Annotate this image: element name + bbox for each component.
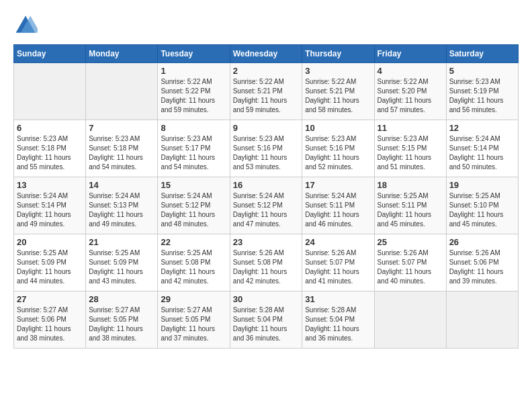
day-number: 30 — [233, 294, 300, 304]
day-number: 1 — [161, 66, 226, 76]
day-number: 21 — [89, 237, 154, 247]
day-info: Sunrise: 5:26 AMSunset: 5:06 PMDaylight:… — [449, 248, 515, 286]
day-cell: 13Sunrise: 5:24 AMSunset: 5:14 PMDayligh… — [14, 177, 86, 234]
day-cell: 29Sunrise: 5:27 AMSunset: 5:05 PMDayligh… — [158, 291, 230, 349]
day-cell: 25Sunrise: 5:26 AMSunset: 5:07 PMDayligh… — [374, 234, 446, 291]
day-info: Sunrise: 5:26 AMSunset: 5:07 PMDaylight:… — [378, 248, 443, 286]
day-info: Sunrise: 5:28 AMSunset: 5:04 PMDaylight:… — [233, 306, 300, 343]
day-info: Sunrise: 5:27 AMSunset: 5:06 PMDaylight:… — [17, 306, 83, 343]
day-cell: 27Sunrise: 5:27 AMSunset: 5:06 PMDayligh… — [14, 291, 86, 349]
day-cell: 20Sunrise: 5:25 AMSunset: 5:09 PMDayligh… — [14, 234, 86, 291]
day-number: 8 — [161, 123, 226, 133]
day-number: 17 — [305, 180, 371, 190]
week-row-5: 27Sunrise: 5:27 AMSunset: 5:06 PMDayligh… — [14, 291, 519, 349]
week-row-1: 1Sunrise: 5:22 AMSunset: 5:22 PMDaylight… — [14, 63, 519, 120]
day-info: Sunrise: 5:25 AMSunset: 5:11 PMDaylight:… — [378, 191, 443, 229]
day-cell: 10Sunrise: 5:23 AMSunset: 5:16 PMDayligh… — [302, 120, 374, 177]
day-number: 28 — [89, 294, 154, 304]
header — [13, 13, 519, 38]
day-info: Sunrise: 5:24 AMSunset: 5:11 PMDaylight:… — [305, 191, 371, 229]
day-cell: 22Sunrise: 5:25 AMSunset: 5:08 PMDayligh… — [158, 234, 230, 291]
day-cell: 14Sunrise: 5:24 AMSunset: 5:13 PMDayligh… — [86, 177, 158, 234]
day-cell: 19Sunrise: 5:25 AMSunset: 5:10 PMDayligh… — [446, 177, 518, 234]
day-cell: 6Sunrise: 5:23 AMSunset: 5:18 PMDaylight… — [14, 120, 86, 177]
day-number: 31 — [305, 294, 371, 304]
week-row-2: 6Sunrise: 5:23 AMSunset: 5:18 PMDaylight… — [14, 120, 519, 177]
logo — [13, 13, 42, 38]
day-number: 3 — [305, 66, 371, 76]
day-cell: 28Sunrise: 5:27 AMSunset: 5:05 PMDayligh… — [86, 291, 158, 349]
day-info: Sunrise: 5:28 AMSunset: 5:04 PMDaylight:… — [305, 306, 371, 343]
day-info: Sunrise: 5:23 AMSunset: 5:17 PMDaylight:… — [161, 134, 226, 172]
day-number: 12 — [449, 123, 515, 133]
week-row-4: 20Sunrise: 5:25 AMSunset: 5:09 PMDayligh… — [14, 234, 519, 291]
day-cell: 12Sunrise: 5:24 AMSunset: 5:14 PMDayligh… — [446, 120, 518, 177]
day-number: 26 — [449, 237, 515, 247]
day-info: Sunrise: 5:27 AMSunset: 5:05 PMDaylight:… — [161, 306, 226, 343]
day-cell: 23Sunrise: 5:26 AMSunset: 5:08 PMDayligh… — [230, 234, 302, 291]
day-number: 11 — [378, 123, 443, 133]
day-number: 20 — [17, 237, 83, 247]
day-cell — [86, 63, 158, 120]
day-info: Sunrise: 5:22 AMSunset: 5:21 PMDaylight:… — [305, 77, 371, 115]
day-info: Sunrise: 5:23 AMSunset: 5:18 PMDaylight:… — [17, 134, 83, 172]
day-number: 7 — [89, 123, 154, 133]
day-cell: 7Sunrise: 5:23 AMSunset: 5:18 PMDaylight… — [86, 120, 158, 177]
day-number: 6 — [17, 123, 83, 133]
day-number: 19 — [449, 180, 515, 190]
day-info: Sunrise: 5:23 AMSunset: 5:16 PMDaylight:… — [305, 134, 371, 172]
day-cell: 21Sunrise: 5:25 AMSunset: 5:09 PMDayligh… — [86, 234, 158, 291]
day-number: 23 — [233, 237, 300, 247]
day-cell — [374, 291, 446, 349]
day-info: Sunrise: 5:23 AMSunset: 5:15 PMDaylight:… — [378, 134, 443, 172]
day-cell: 1Sunrise: 5:22 AMSunset: 5:22 PMDaylight… — [158, 63, 230, 120]
day-info: Sunrise: 5:23 AMSunset: 5:19 PMDaylight:… — [449, 77, 515, 115]
header-row: SundayMondayTuesdayWednesdayThursdayFrid… — [14, 45, 519, 63]
week-row-3: 13Sunrise: 5:24 AMSunset: 5:14 PMDayligh… — [14, 177, 519, 234]
day-number: 13 — [17, 180, 83, 190]
day-number: 24 — [305, 237, 371, 247]
col-header-thursday: Thursday — [302, 45, 374, 63]
day-info: Sunrise: 5:25 AMSunset: 5:09 PMDaylight:… — [89, 248, 154, 286]
day-info: Sunrise: 5:22 AMSunset: 5:21 PMDaylight:… — [233, 77, 300, 115]
day-number: 15 — [161, 180, 226, 190]
day-info: Sunrise: 5:26 AMSunset: 5:08 PMDaylight:… — [233, 248, 300, 286]
day-cell: 8Sunrise: 5:23 AMSunset: 5:17 PMDaylight… — [158, 120, 230, 177]
day-info: Sunrise: 5:25 AMSunset: 5:09 PMDaylight:… — [17, 248, 83, 286]
day-cell: 3Sunrise: 5:22 AMSunset: 5:21 PMDaylight… — [302, 63, 374, 120]
day-info: Sunrise: 5:25 AMSunset: 5:08 PMDaylight:… — [161, 248, 226, 286]
day-cell: 17Sunrise: 5:24 AMSunset: 5:11 PMDayligh… — [302, 177, 374, 234]
day-cell: 16Sunrise: 5:24 AMSunset: 5:12 PMDayligh… — [230, 177, 302, 234]
day-info: Sunrise: 5:24 AMSunset: 5:14 PMDaylight:… — [17, 191, 83, 229]
day-number: 4 — [378, 66, 443, 76]
day-number: 22 — [161, 237, 226, 247]
day-cell: 30Sunrise: 5:28 AMSunset: 5:04 PMDayligh… — [230, 291, 302, 349]
day-info: Sunrise: 5:23 AMSunset: 5:18 PMDaylight:… — [89, 134, 154, 172]
day-cell: 31Sunrise: 5:28 AMSunset: 5:04 PMDayligh… — [302, 291, 374, 349]
col-header-monday: Monday — [86, 45, 158, 63]
day-cell: 15Sunrise: 5:24 AMSunset: 5:12 PMDayligh… — [158, 177, 230, 234]
day-number: 9 — [233, 123, 300, 133]
day-number: 16 — [233, 180, 300, 190]
day-info: Sunrise: 5:24 AMSunset: 5:12 PMDaylight:… — [233, 191, 300, 229]
day-info: Sunrise: 5:25 AMSunset: 5:10 PMDaylight:… — [449, 191, 515, 229]
logo-icon — [13, 13, 38, 38]
day-info: Sunrise: 5:24 AMSunset: 5:12 PMDaylight:… — [161, 191, 226, 229]
day-number: 5 — [449, 66, 515, 76]
day-info: Sunrise: 5:22 AMSunset: 5:22 PMDaylight:… — [161, 77, 226, 115]
day-number: 10 — [305, 123, 371, 133]
day-cell: 4Sunrise: 5:22 AMSunset: 5:20 PMDaylight… — [374, 63, 446, 120]
day-info: Sunrise: 5:23 AMSunset: 5:16 PMDaylight:… — [233, 134, 300, 172]
day-number: 25 — [378, 237, 443, 247]
day-cell: 26Sunrise: 5:26 AMSunset: 5:06 PMDayligh… — [446, 234, 518, 291]
day-cell: 24Sunrise: 5:26 AMSunset: 5:07 PMDayligh… — [302, 234, 374, 291]
day-info: Sunrise: 5:27 AMSunset: 5:05 PMDaylight:… — [89, 306, 154, 343]
day-info: Sunrise: 5:26 AMSunset: 5:07 PMDaylight:… — [305, 248, 371, 286]
day-info: Sunrise: 5:24 AMSunset: 5:13 PMDaylight:… — [89, 191, 154, 229]
col-header-wednesday: Wednesday — [230, 45, 302, 63]
day-cell — [14, 63, 86, 120]
day-number: 2 — [233, 66, 300, 76]
col-header-tuesday: Tuesday — [158, 45, 230, 63]
day-number: 27 — [17, 294, 83, 304]
col-header-saturday: Saturday — [446, 45, 518, 63]
